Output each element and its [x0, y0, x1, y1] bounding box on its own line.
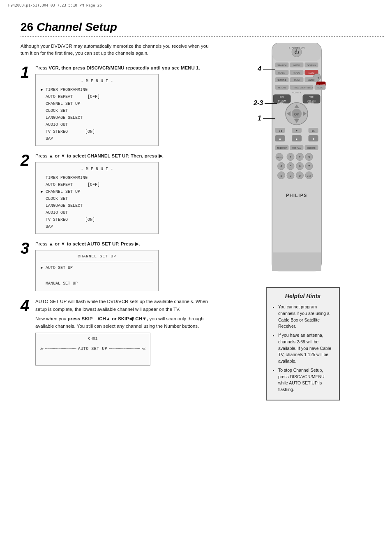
svg-text:SYSTEM: SYSTEM — [278, 100, 286, 102]
svg-text:5: 5 — [290, 164, 291, 168]
svg-text:◀◀: ◀◀ — [279, 130, 282, 132]
step-1-number: 1 — [21, 65, 35, 80]
ch-title: CH01 — [40, 336, 146, 342]
channel-menu-item-1: ▶ AUTO SET UP — [41, 264, 153, 272]
remote-label-4: 4 — [258, 65, 275, 73]
step-3-content: Press ▲ or ▼ to select AUTO SET UP. Pres… — [35, 241, 214, 291]
svg-text:PHILIPS: PHILIPS — [286, 193, 307, 198]
svg-text:+10: +10 — [307, 175, 311, 177]
step-4: 4 AUTO SET UP will flash while the DVD/V… — [21, 298, 214, 366]
svg-text:REPEAT: REPEAT — [278, 72, 286, 74]
hint-3: To stop Channel Setup, press DISC/VCR/ME… — [278, 367, 333, 393]
menu-2-item-1: TIMER PROGRAMMING — [41, 174, 153, 181]
step-2: 2 Press ▲ or ▼ to select CHANNEL SET UP.… — [21, 153, 214, 234]
svg-text:8: 8 — [280, 174, 282, 178]
hint-1: You cannot program channels if you are u… — [278, 304, 333, 330]
menu-2-item-4: CLOCK SET — [41, 195, 153, 202]
svg-text:⏸: ⏸ — [312, 138, 315, 140]
svg-text:TITLE: TITLE — [294, 87, 299, 89]
svg-text:2: 2 — [299, 155, 300, 159]
menu-1-item-1: ▶ TIMER PROGRAMMING — [41, 86, 153, 93]
menu-1-item-7: TV STEREO [ON] — [41, 128, 153, 135]
svg-text:STANDBY·ON: STANDBY·ON — [289, 46, 305, 49]
menu-1-title: - M E N U I - — [41, 78, 153, 85]
svg-text:▼: ▼ — [295, 130, 297, 132]
helpful-hints: Helpful Hints You cannot program channel… — [266, 287, 340, 400]
svg-text:SLIDE: SLIDE — [317, 87, 323, 89]
left-column: Although your DVD/VCR may automatically … — [21, 43, 222, 400]
svg-text:SEARCH: SEARCH — [277, 64, 286, 67]
menu-1-item-2: AUTO REPEAT [OFF] — [41, 93, 153, 100]
svg-text:OK: OK — [294, 112, 299, 116]
hints-title: Helpful Hints — [272, 292, 333, 301]
menu-1-item-8: SAP — [41, 135, 153, 142]
ch-display: CH01 ≫ ╌╌╌╌╌╌╌╌╌╌╌╌╌╌ AUTO SET UP ╌╌╌╌╌╌… — [35, 333, 150, 366]
svg-text:DVD: DVD — [280, 96, 284, 98]
channel-menu-title: CHANNEL SET UP — [41, 253, 153, 262]
svg-text:1: 1 — [290, 155, 291, 159]
svg-text:VCR/TV: VCR/TV — [292, 91, 301, 94]
svg-text:PAUSE: PAUSE — [310, 142, 316, 144]
svg-text:VCR: VCR — [309, 96, 314, 98]
menu-1-item-5: LANGUAGE SELECT — [41, 114, 153, 121]
section-divider — [21, 36, 384, 37]
step-1-menu: - M E N U I - ▶ TIMER PROGRAMMING AUTO R… — [35, 74, 159, 146]
right-column: 2-3 4 1 — [222, 43, 384, 400]
svg-text:9: 9 — [290, 174, 291, 178]
svg-text:3: 3 — [308, 155, 310, 159]
svg-text:VCR Plus+: VCR Plus+ — [292, 147, 302, 149]
svg-text:STOP: STOP — [277, 142, 282, 144]
svg-text:SPEED: SPEED — [276, 157, 283, 159]
svg-text:▶: ▶ — [296, 138, 298, 140]
svg-text:ANGLE: ANGLE — [308, 79, 314, 81]
menu-1-item-3: CHANNEL SET UP — [41, 100, 153, 107]
step-2-content: Press ▲ or ▼ to select CHANNEL SET UP. T… — [35, 153, 214, 234]
remote-svg: STANDBY·ON ⏻ SEARCH MODE DISPLAY REPEAT … — [266, 43, 327, 277]
svg-text:MODE: MODE — [293, 64, 300, 67]
remote-section: 2-3 4 1 — [266, 43, 340, 400]
svg-text:RETURN: RETURN — [278, 87, 286, 89]
svg-text:7: 7 — [308, 164, 310, 168]
svg-text:MENU↓: MENU↓ — [308, 102, 315, 104]
svg-text:6: 6 — [299, 164, 300, 168]
file-info: H9420UD(p1-51).QX4 03.7.23 5:10 PM Page … — [8, 3, 102, 7]
step-2-number: 2 — [21, 153, 35, 168]
remote-label-2-3: 2-3 — [254, 100, 277, 107]
step-1-content: Press VCR, then press DISC/VCR/MENU repe… — [35, 65, 214, 146]
svg-rect-98 — [272, 259, 321, 271]
channel-menu-item-2: MANUAL SET UP — [41, 280, 153, 287]
svg-text:▶▶: ▶▶ — [312, 130, 315, 132]
step-2-menu: - M E N U I - TIMER PROGRAMMING AUTO REP… — [35, 162, 159, 234]
svg-text:0: 0 — [299, 174, 300, 178]
menu-1-item-6: AUDIO OUT — [41, 121, 153, 128]
svg-text:RECORD: RECORD — [307, 147, 316, 149]
svg-text:⏻: ⏻ — [294, 49, 299, 55]
svg-text:MENU↓: MENU↓ — [279, 102, 285, 104]
step-3: 3 Press ▲ or ▼ to select AUTO SET UP. Pr… — [21, 241, 214, 291]
menu-2-item-6: AUDIO OUT — [41, 209, 153, 216]
intro-text: Although your DVD/VCR may automatically … — [21, 43, 214, 57]
step-3-channel-menu: CHANNEL SET UP ▶ AUTO SET UP MANUAL SET … — [35, 250, 159, 291]
step-4-content: AUTO SET UP will flash while the DVD/VCR… — [35, 298, 214, 366]
step-1: 1 Press VCR, then press DISC/VCR/MENU re… — [21, 65, 214, 146]
svg-text:PLAY: PLAY — [294, 142, 299, 144]
menu-2-item-7: TV STEREO [ON] — [41, 216, 153, 223]
svg-text:SUBTITLE: SUBTITLE — [277, 79, 286, 81]
svg-text:REPEAT: REPEAT — [293, 72, 300, 74]
menu-2-item-8: SAP — [41, 223, 153, 230]
menu-2-item-5: LANGUAGE SELECT — [41, 202, 153, 209]
svg-text:TIMER SET: TIMER SET — [277, 147, 287, 149]
svg-text:DISPLAY: DISPLAY — [307, 64, 316, 67]
page-title: 26 Channel Setup — [21, 21, 384, 34]
svg-text:ZOOM: ZOOM — [294, 79, 300, 81]
hints-list: You cannot program channels if you are u… — [272, 304, 333, 393]
menu-2-item-3: ▶ CHANNEL SET UP — [41, 188, 153, 195]
hint-2: If you have an antenna, channels 2-69 wi… — [278, 332, 333, 365]
svg-text:CLEAR·RESET: CLEAR·RESET — [300, 87, 313, 89]
menu-1-item-4: CLOCK SET — [41, 107, 153, 114]
svg-text:■: ■ — [279, 138, 281, 140]
svg-text:AUDIO: AUDIO — [309, 72, 315, 74]
step-4-number: 4 — [21, 298, 35, 313]
step-3-number: 3 — [21, 241, 35, 256]
svg-text:DISC·VCR: DISC·VCR — [307, 100, 316, 102]
